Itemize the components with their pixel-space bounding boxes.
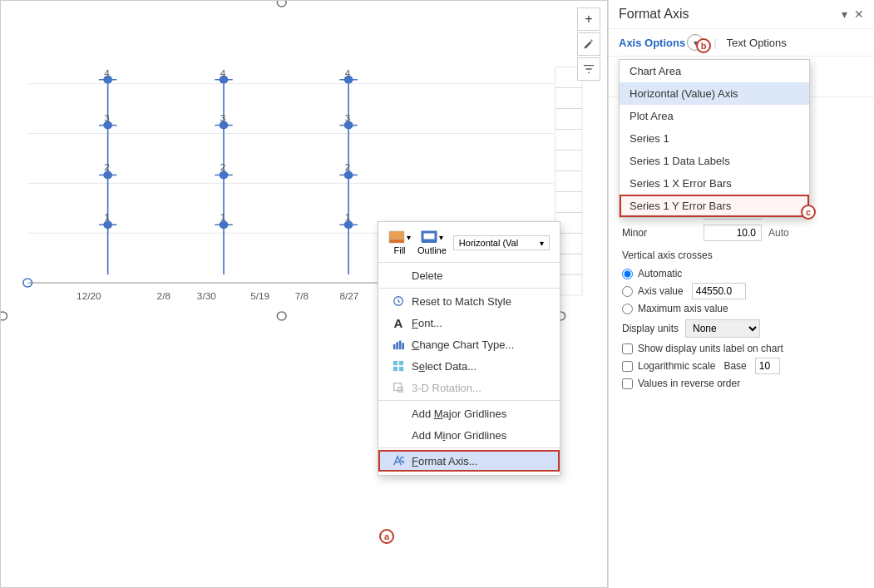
max-axis-radio[interactable] — [622, 304, 633, 314]
svg-text:3: 3 — [345, 113, 351, 123]
automatic-radio[interactable] — [622, 269, 633, 279]
panel-title: Format Axis — [619, 7, 689, 22]
dropdown-arrow-icon[interactable]: ▾ b — [687, 34, 704, 51]
axis-options-tab-label: Axis Options — [619, 37, 685, 49]
values-reverse-label: Values in reverse order — [638, 378, 740, 389]
svg-text:7/8: 7/8 — [295, 291, 309, 301]
svg-text:2: 2 — [345, 163, 351, 173]
chart-element-dropdown[interactable]: Horizontal (Val ▾ — [453, 235, 550, 250]
logarithmic-scale-label: Logarithmic scale — [638, 360, 715, 372]
svg-text:5/19: 5/19 — [250, 291, 269, 301]
horizontal-value-axis-option[interactable]: Horizontal (Value) Axis — [620, 82, 809, 105]
display-units-select[interactable]: None Hundreds Thousands Millions — [685, 319, 760, 338]
automatic-radio-row: Automatic — [622, 268, 861, 279]
axis-selector-dropdown: Chart Area Horizontal (Value) Axis Plot … — [619, 59, 810, 218]
font-menu-item[interactable]: A Font... — [378, 312, 560, 334]
axis-value-radio[interactable] — [622, 286, 633, 297]
panel-header: Format Axis ▾ ✕ — [609, 0, 874, 29]
values-reverse-row: Values in reverse order — [622, 378, 861, 389]
svg-text:3: 3 — [104, 113, 110, 123]
delete-menu-item[interactable]: Delete — [378, 264, 560, 286]
chart-area-option[interactable]: Chart Area — [620, 60, 809, 82]
change-chart-type-menu-item[interactable]: Change Chart Type... — [378, 334, 560, 355]
gridlines-major-icon — [392, 407, 405, 420]
select-data-icon — [392, 359, 405, 373]
add-major-gridlines-menu-item[interactable]: Add Major Gridlines — [378, 403, 560, 424]
gridlines-minor-icon — [392, 428, 405, 442]
base-label: Base — [723, 360, 746, 372]
select-data-menu-item[interactable]: Select Data... — [378, 355, 560, 377]
svg-rect-80 — [393, 361, 397, 365]
svg-rect-73 — [422, 232, 436, 240]
label-b: b — [696, 38, 711, 53]
svg-text:1: 1 — [220, 213, 226, 223]
svg-rect-72 — [389, 240, 404, 243]
format-axis-menu-item[interactable]: FFormat Axis...ormat Axis... — [378, 450, 560, 472]
svg-rect-74 — [422, 240, 437, 243]
display-units-row: Display units None Hundreds Thousands Mi… — [622, 319, 861, 338]
max-axis-radio-label: Maximum axis value — [638, 303, 728, 314]
series-1-y-error-bars-option[interactable]: Series 1 Y Error Bars c — [620, 195, 809, 217]
fill-outline-row: ▾ Fill ▾ Outline Horizontal (Val ▾ — [378, 225, 560, 260]
rotation-menu-item: 3-D Rotation... — [378, 377, 560, 398]
text-options-tab-label[interactable]: Text Options — [727, 37, 787, 49]
fill-button[interactable]: ▾ Fill — [388, 230, 411, 255]
series-1-data-labels-option[interactable]: Series 1 Data Labels — [620, 150, 809, 172]
font-icon: A — [392, 316, 405, 329]
series-1-option[interactable]: Series 1 — [620, 127, 809, 150]
context-menu: ▾ Fill ▾ Outline Horizontal (Val ▾ — [378, 221, 560, 476]
minor-input[interactable] — [704, 225, 762, 241]
max-axis-radio-row: Maximum axis value — [622, 303, 861, 314]
svg-rect-71 — [389, 231, 404, 240]
axis-options-dropdown-trigger[interactable]: Axis Options ▾ b — [619, 34, 704, 51]
close-panel-icon[interactable]: ✕ — [854, 7, 864, 21]
show-units-label-text: Show display units label on chart — [638, 343, 783, 354]
chart-toolbar: + — [577, 7, 600, 81]
format-panel: Format Axis ▾ ✕ Axis Options ▾ b | Text … — [608, 0, 874, 588]
plot-area-option[interactable]: Plot Area — [620, 105, 809, 127]
base-input[interactable] — [755, 358, 780, 374]
minor-label: Minor — [622, 227, 697, 239]
series-1-x-error-bars-option[interactable]: Series 1 X Error Bars — [620, 172, 809, 195]
outline-button[interactable]: ▾ Outline — [417, 230, 447, 255]
chart-area: 4 3 2 1 4 3 2 1 4 3 2 1 12/20 2/8 3/ — [0, 0, 608, 588]
axis-value-radio-label: Axis value — [638, 285, 684, 297]
label-a: a — [379, 529, 394, 544]
svg-rect-77 — [396, 342, 398, 349]
svg-text:3: 3 — [220, 113, 226, 123]
svg-text:2: 2 — [220, 163, 226, 173]
svg-text:4: 4 — [345, 68, 351, 78]
show-units-label-row: Show display units label on chart — [622, 343, 861, 354]
collapse-panel-icon[interactable]: ▾ — [842, 7, 847, 21]
svg-rect-79 — [402, 343, 404, 349]
add-element-button[interactable]: + — [577, 7, 600, 31]
svg-text:2/8: 2/8 — [157, 291, 170, 301]
show-units-label-checkbox[interactable] — [622, 343, 633, 354]
svg-text:1: 1 — [104, 213, 110, 223]
rotation-icon — [392, 381, 405, 394]
vertical-crosses-label: Vertical axis crosses — [622, 246, 861, 264]
paint-button[interactable] — [577, 32, 600, 56]
svg-text:2: 2 — [104, 163, 110, 173]
add-minor-gridlines-menu-item[interactable]: Add Minor Gridlines — [378, 424, 560, 446]
svg-text:3/30: 3/30 — [197, 291, 216, 301]
minor-row: Minor Auto — [622, 225, 861, 241]
display-units-label: Display units — [622, 323, 679, 334]
logarithmic-scale-checkbox[interactable] — [622, 361, 633, 372]
svg-rect-85 — [398, 388, 402, 392]
label-c: c — [801, 205, 816, 220]
format-axis-icon — [392, 454, 405, 467]
values-reverse-checkbox[interactable] — [622, 378, 633, 389]
svg-rect-84 — [394, 383, 402, 391]
reset-style-menu-item[interactable]: Reset to Match Style — [378, 290, 560, 312]
axis-value-input[interactable] — [692, 283, 746, 299]
svg-rect-76 — [393, 344, 396, 349]
svg-rect-81 — [399, 361, 403, 365]
svg-text:4: 4 — [220, 68, 226, 78]
svg-text:1: 1 — [345, 213, 351, 223]
filter-button[interactable] — [577, 57, 600, 81]
svg-text:4: 4 — [104, 68, 110, 78]
automatic-radio-label: Automatic — [638, 268, 682, 279]
svg-rect-78 — [399, 341, 402, 350]
svg-rect-82 — [393, 367, 397, 371]
